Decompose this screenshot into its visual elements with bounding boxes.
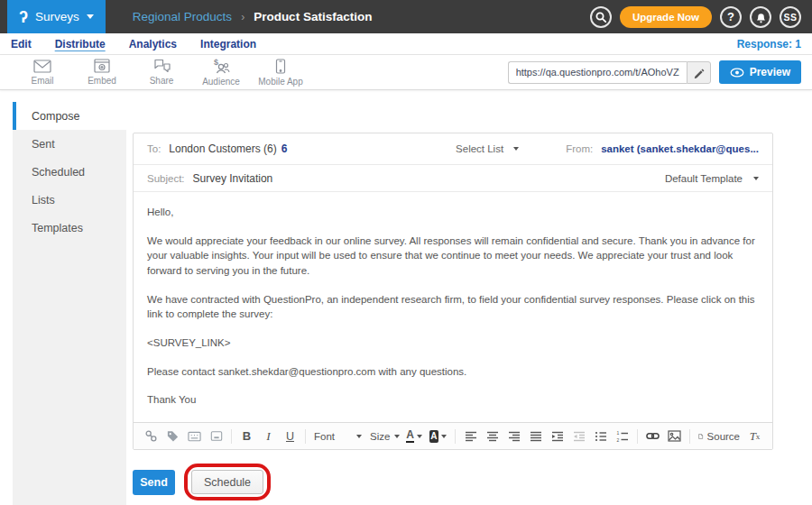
compose-actions: Send Schedule (133, 464, 271, 500)
justify-button[interactable] (529, 427, 542, 445)
sidebar-item-sent[interactable]: Sent (13, 130, 126, 158)
svg-text:1: 1 (616, 431, 619, 436)
source-button[interactable]: Source (698, 427, 740, 445)
channel-share[interactable]: Share (132, 59, 191, 86)
survey-url-input[interactable] (508, 61, 687, 84)
audience-icon: $ (213, 59, 230, 74)
insert-image-button[interactable] (668, 427, 681, 445)
align-center-button[interactable] (485, 427, 499, 445)
avatar[interactable]: SS (780, 6, 801, 28)
help-button[interactable]: ? (720, 6, 742, 28)
bulleted-list-button[interactable] (594, 427, 607, 445)
bulleted-list-icon (595, 431, 607, 442)
search-icon (595, 11, 607, 23)
size-dropdown[interactable]: Size (370, 431, 400, 442)
question-mark-icon: ? (727, 10, 734, 23)
align-right-icon (508, 431, 521, 442)
recipient-count: 6 (281, 142, 288, 155)
sidebar-item-lists[interactable]: Lists (13, 186, 126, 214)
align-left-icon (465, 431, 477, 442)
indent-icon (551, 431, 564, 442)
sidebar-item-scheduled[interactable]: Scheduled (13, 158, 126, 186)
toolbar-separator (231, 429, 232, 444)
bell-icon (755, 11, 767, 23)
channel-label: Embed (88, 76, 116, 86)
surveys-menu[interactable]: ʔ Surveys (7, 0, 106, 33)
sidebar-item-label: Lists (32, 194, 55, 207)
indent-button[interactable] (550, 427, 564, 445)
keyboard-icon (188, 431, 201, 442)
surveys-menu-label: Surveys (35, 10, 79, 23)
breadcrumb-folder-link[interactable]: Regional Products (133, 10, 232, 23)
toolbar-separator (455, 429, 456, 444)
from-value: sanket (sanket.shekdar@ques... (601, 143, 759, 154)
tab-integration[interactable]: Integration (200, 38, 256, 50)
channel-audience[interactable]: $ Audience (191, 59, 251, 87)
search-button[interactable] (590, 6, 612, 28)
channel-email[interactable]: Email (13, 60, 72, 86)
preview-label: Preview (750, 66, 790, 78)
subject-label: Subject: (147, 173, 185, 184)
to-recipients[interactable]: London Customers (6) (169, 142, 276, 155)
sidebar-item-label: Scheduled (32, 166, 85, 179)
numbered-list-button[interactable]: 12 (615, 427, 629, 445)
channel-embed[interactable]: Embed (72, 59, 132, 86)
eye-icon (730, 68, 744, 78)
response-count[interactable]: Response: 1 (737, 38, 801, 50)
body-paragraph: We would appreciate your feedback in our… (147, 234, 759, 279)
insert-button-widget[interactable] (209, 427, 223, 445)
source-document-icon (698, 430, 703, 443)
select-list-dropdown[interactable]: Select List (456, 143, 519, 154)
align-left-button[interactable] (464, 427, 477, 445)
channel-label: Audience (202, 77, 240, 87)
channel-mobile-app[interactable]: Mobile App (251, 59, 310, 87)
sidebar-item-label: Compose (32, 110, 80, 123)
tab-analytics[interactable]: Analytics (129, 38, 177, 50)
embed-icon (94, 59, 110, 73)
chevron-down-icon (513, 147, 519, 151)
schedule-button[interactable]: Schedule (191, 470, 263, 494)
body-paragraph: Thank You (147, 392, 759, 408)
from-field[interactable]: From: sanket (sanket.shekdar@ques... (566, 143, 759, 154)
chevron-down-icon (356, 435, 362, 438)
sidebar-item-compose[interactable]: Compose (13, 102, 126, 130)
bold-button[interactable]: B (240, 427, 254, 445)
edit-url-button[interactable] (687, 61, 711, 84)
merge-tag-button[interactable] (166, 427, 180, 445)
email-sidebar: Compose Sent Scheduled Lists Templates (13, 102, 126, 505)
send-button[interactable]: Send (133, 470, 175, 495)
body-paragraph: Hello, (147, 205, 759, 220)
survey-url-group: Preview (508, 60, 812, 84)
notifications-button[interactable] (750, 6, 771, 28)
top-header: ʔ Surveys Regional Products › Product Sa… (0, 0, 812, 33)
preview-button[interactable]: Preview (719, 60, 801, 84)
background-color-button[interactable]: A (429, 427, 448, 445)
italic-button[interactable]: I (262, 427, 275, 445)
font-dropdown[interactable]: Font (314, 431, 362, 442)
insert-survey-link-button[interactable] (144, 427, 158, 445)
subject-row: Subject: Survey Invitation Default Templ… (134, 165, 772, 192)
email-body-editor[interactable]: Hello, We would appreciate your feedback… (134, 192, 772, 422)
upgrade-now-button[interactable]: Upgrade Now (620, 6, 712, 28)
share-icon (153, 59, 171, 73)
background-color-icon: A (429, 430, 439, 443)
tab-edit[interactable]: Edit (11, 38, 32, 50)
underline-button[interactable]: U (283, 427, 297, 445)
align-right-button[interactable] (507, 427, 521, 445)
questionpro-logo-icon: ʔ (19, 9, 28, 25)
insert-link-button[interactable] (646, 427, 660, 445)
font-dropdown-label: Font (314, 431, 335, 442)
breadcrumb: Regional Products › Product Satisfaction (133, 10, 373, 23)
annotation-highlight-ring: Schedule (184, 464, 271, 500)
tab-distribute[interactable]: Distribute (55, 38, 106, 50)
template-dropdown[interactable]: Default Template (665, 173, 759, 184)
toolbar-separator (637, 429, 638, 444)
keyboard-button[interactable] (188, 427, 201, 445)
remove-format-button[interactable]: Tx (748, 427, 761, 445)
sidebar-item-templates[interactable]: Templates (13, 214, 126, 242)
subject-input[interactable]: Survey Invitation (193, 172, 273, 185)
outdent-button[interactable] (572, 427, 586, 445)
text-color-button[interactable]: A (408, 427, 421, 445)
pencil-icon (693, 67, 705, 78)
align-center-icon (486, 431, 499, 442)
